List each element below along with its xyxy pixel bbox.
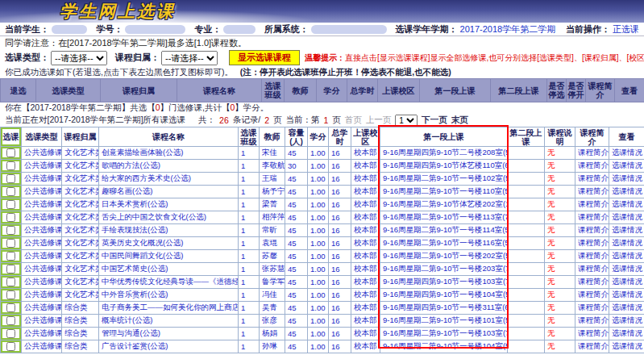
course-campus: 校本部: [351, 340, 380, 353]
course-note: 无: [545, 328, 575, 340]
course-select-checkbox[interactable]: [6, 265, 15, 274]
course-schedule-1: 9-16周星期二第9-10节一号楼116室(50人): [380, 237, 508, 250]
course-select-checkbox[interactable]: [6, 278, 15, 286]
course-intro-link[interactable]: 课程简介: [578, 148, 609, 157]
course-select-checkbox[interactable]: [6, 290, 15, 299]
course-select-checkbox[interactable]: [6, 200, 15, 209]
course-intro-link[interactable]: 课程简介: [578, 290, 609, 299]
course-view-link-cell: 选课情况: [609, 224, 644, 237]
course-col-header: 选课班级: [239, 127, 260, 147]
course-intro-link-cell: 课程简介: [575, 237, 609, 250]
course-intro-link[interactable]: 课程简介: [578, 238, 609, 247]
course-select-cell: [1, 250, 22, 263]
show-courses-button[interactable]: 显示选课课程: [229, 50, 300, 65]
course-row: 公共选修课综合类概率统计(公选)1张彦451.0016校本部9-16周星期二第9…: [1, 315, 644, 328]
course-intro-link-cell: 课程简介: [575, 328, 609, 340]
course-intro-link[interactable]: 课程简介: [578, 161, 609, 169]
course-select-checkbox[interactable]: [6, 342, 15, 351]
course-intro-link[interactable]: 课程简介: [578, 303, 609, 311]
course-view-link[interactable]: 选课情况: [612, 328, 642, 337]
redacted-major: [223, 25, 255, 34]
course-select-cell: [1, 315, 22, 328]
course-intro-link[interactable]: 课程简介: [578, 251, 609, 260]
course-view-link[interactable]: 选课情况: [612, 161, 642, 169]
course-intro-link[interactable]: 课程简介: [578, 264, 609, 273]
summary-text: 你在【2017-2018学年第二学期】共选【: [5, 102, 156, 112]
course-select-checkbox[interactable]: [6, 316, 15, 325]
course-view-link[interactable]: 选课情况: [612, 225, 642, 234]
course-category: 文化艺术类: [62, 289, 99, 302]
course-view-link[interactable]: 选课情况: [612, 290, 642, 299]
course-type: 公共选修课: [22, 224, 62, 237]
course-intro-link-cell: 课程简介: [575, 160, 609, 173]
course-type-select[interactable]: --请选择--: [51, 51, 107, 65]
course-class: 1: [239, 186, 260, 198]
course-type: 公共选修课: [22, 186, 62, 198]
course-intro-link[interactable]: 课程简介: [578, 315, 609, 324]
course-view-link[interactable]: 选课情况: [612, 199, 642, 208]
course-select-checkbox[interactable]: [6, 174, 15, 183]
course-campus: 校本部: [351, 147, 380, 160]
course-intro-link[interactable]: 课程简介: [578, 341, 609, 350]
course-schedule-1: 9-16周星期二第9-10节一号楼103室(70人): [380, 328, 508, 340]
selected-col-header: 退选: [1, 79, 36, 102]
course-type: 公共选修课: [22, 315, 62, 328]
page-select[interactable]: 1: [395, 115, 418, 127]
max-courses-notice: 同学请注意：在[2017-2018学年第二学期]最多选[1.0]课程数。: [0, 36, 644, 48]
selected-courses-note: 你已成功选课如下(若退选,点击下表左边黑色打叉图标即可)。 (注：停开表此选课班…: [0, 67, 644, 78]
pages-suffix: 页: [273, 115, 282, 126]
selected-col-header: 是否停选: [547, 79, 567, 102]
course-select-checkbox[interactable]: [6, 252, 15, 261]
course-col-header: 上课校区: [351, 127, 380, 147]
course-note: 无: [545, 302, 575, 315]
course-select-checkbox[interactable]: [6, 329, 15, 338]
course-capacity: 45: [285, 276, 308, 289]
redacted-department: [311, 25, 387, 34]
course-view-link[interactable]: 选课情况: [612, 277, 642, 286]
course-intro-link[interactable]: 课程简介: [578, 277, 609, 286]
course-class: 1: [239, 147, 260, 160]
course-select-checkbox[interactable]: [6, 187, 15, 196]
course-select-cell: [1, 160, 22, 173]
course-note: 无: [545, 315, 575, 328]
last-page-link[interactable]: 末页: [451, 115, 468, 126]
course-view-link[interactable]: 选课情况: [612, 186, 642, 195]
next-page-link[interactable]: 下一页: [422, 115, 447, 126]
course-view-link[interactable]: 选课情况: [612, 148, 642, 157]
term-value-link[interactable]: 2017-2018学年第二学期: [460, 23, 556, 36]
course-view-link[interactable]: 选课情况: [612, 341, 642, 350]
course-view-link[interactable]: 选课情况: [612, 238, 642, 247]
course-view-link-cell: 选课情况: [609, 276, 644, 289]
course-view-link[interactable]: 选课情况: [612, 303, 642, 311]
course-select-cell: [1, 328, 22, 340]
course-view-link-cell: 选课情况: [609, 237, 644, 250]
course-category-select[interactable]: --请选择--: [161, 51, 218, 65]
course-intro-link[interactable]: 课程简介: [578, 186, 609, 195]
course-select-checkbox[interactable]: [6, 303, 15, 312]
course-select-checkbox[interactable]: [6, 226, 15, 235]
course-intro-link[interactable]: 课程简介: [578, 328, 609, 337]
course-view-link[interactable]: 选课情况: [612, 173, 642, 182]
course-note: 无: [545, 211, 575, 224]
selected-col-header: 上课校区: [378, 79, 420, 102]
course-select-checkbox[interactable]: [6, 213, 15, 222]
current-page: 1: [324, 115, 329, 125]
records-suffix: 条记录/: [233, 115, 260, 126]
course-view-link[interactable]: 选课情况: [612, 264, 642, 273]
course-select-checkbox[interactable]: [6, 239, 15, 248]
course-view-link[interactable]: 选课情况: [612, 212, 642, 221]
course-category: 文化艺术类: [62, 211, 99, 224]
student-label: 当前学生：: [5, 23, 49, 36]
course-intro-link[interactable]: 课程简介: [578, 173, 609, 182]
operation-value-link[interactable]: 正选课: [613, 23, 639, 36]
course-view-link[interactable]: 选课情况: [612, 315, 642, 324]
course-intro-link[interactable]: 课程简介: [578, 225, 609, 234]
course-select-checkbox[interactable]: [6, 161, 15, 170]
course-select-cell: [1, 186, 22, 198]
course-select-checkbox[interactable]: [6, 148, 15, 157]
course-note: 无: [545, 289, 575, 302]
course-view-link[interactable]: 选课情况: [612, 251, 642, 260]
course-intro-link[interactable]: 课程简介: [578, 212, 609, 221]
course-note: 无: [545, 173, 575, 186]
course-intro-link[interactable]: 课程简介: [578, 199, 609, 208]
